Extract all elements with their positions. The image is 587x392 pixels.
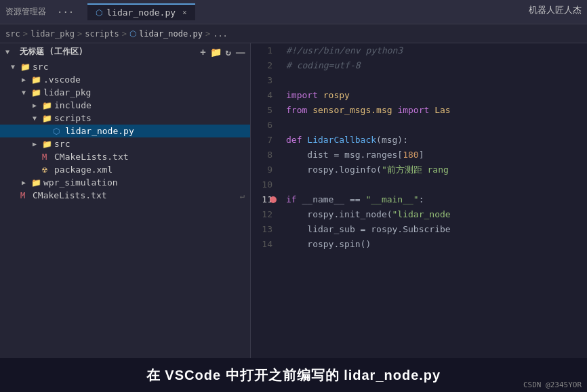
- lidar-pkg-label: lidar_pkg: [43, 87, 91, 97]
- lidar-pkg-icon: 📁: [31, 88, 43, 97]
- arrow-icon: ↵: [240, 191, 245, 200]
- vscode-chevron: [22, 76, 31, 83]
- package-xml-label: package.xml: [54, 165, 113, 175]
- sidebar-icons: + 📁 ↻ ⸻: [200, 47, 245, 58]
- code-line-6: [286, 118, 587, 133]
- code-line-4: import rospy: [286, 88, 587, 103]
- ln-3: 3: [251, 73, 272, 88]
- code-line-10: [286, 177, 587, 192]
- cmake-inner-label: CMakeLists.txt: [54, 152, 129, 162]
- python-file-icon: ⬡: [96, 8, 102, 18]
- code-container: 1 2 3 4 5 6 7 8 9 10 11 12 13 14 #!/usr/…: [251, 43, 587, 358]
- breadcrumb-sep-1: >: [23, 29, 28, 39]
- ln-7: 7: [251, 133, 272, 148]
- tab-close-button[interactable]: ×: [182, 8, 187, 17]
- code-line-14: rospy.spin(): [286, 237, 587, 252]
- breadcrumb-lidar-pkg[interactable]: lidar_pkg: [31, 29, 75, 39]
- sidebar-item-src-inner[interactable]: 📁 src: [0, 137, 250, 150]
- scripts-icon: 📁: [42, 114, 54, 123]
- src-inner-chevron: [33, 140, 42, 148]
- file-tab[interactable]: ⬡ lidar_node.py ×: [87, 3, 195, 20]
- scripts-chevron: [33, 114, 42, 122]
- vscode-folder-icon: 📁: [31, 75, 43, 85]
- tab-filename: lidar_node.py: [106, 7, 176, 18]
- lidar-node-icon: ⬡: [53, 127, 65, 136]
- breadcrumb-sep-4: >: [205, 29, 210, 39]
- code-line-8: dist = msg.ranges[180]: [286, 148, 587, 162]
- code-line-11: if __name__ == "__main__":: [286, 192, 587, 207]
- code-line-13: lidar_sub = rospy.Subscribe: [286, 222, 587, 237]
- sidebar-header: 无标题 (工作区) + 📁 ↻ ⸻: [0, 43, 250, 60]
- code-line-1: #!/usr/bin/env python3: [286, 43, 587, 58]
- code-area[interactable]: #!/usr/bin/env python3 # coding=utf-8 im…: [278, 43, 587, 358]
- explorer-label: 资源管理器: [5, 6, 46, 18]
- lidar-pkg-chevron: [22, 89, 31, 96]
- breadcrumb: src > lidar_pkg > scripts > ⬡ lidar_node…: [0, 24, 587, 43]
- ln-2: 2: [251, 58, 272, 73]
- code-line-9: rospy.loginfo("前方测距 rang: [286, 162, 587, 177]
- top-bar: 资源管理器 ··· ⬡ lidar_node.py × 机器人匠人杰: [0, 0, 587, 24]
- breadcrumb-sep-2: >: [77, 29, 82, 39]
- collapse-icon[interactable]: ⸻: [235, 47, 245, 58]
- src-label: src: [33, 62, 48, 72]
- ln-11: 11: [251, 192, 272, 207]
- sidebar-item-package-xml[interactable]: ☢ package.xml: [0, 163, 250, 176]
- caption-bar: 在 VSCode 中打开之前编写的 lidar_node.py CSDN @23…: [0, 358, 587, 392]
- ln-8: 8: [251, 148, 272, 162]
- breadcrumb-sep-3: >: [122, 29, 127, 39]
- cmake-root-icon: M: [20, 191, 33, 200]
- sidebar-item-lidar-pkg[interactable]: 📁 lidar_pkg: [0, 86, 250, 99]
- wpr-chevron: [22, 179, 31, 186]
- package-xml-icon: ☢: [42, 165, 54, 175]
- src-chevron: [11, 63, 20, 70]
- sidebar-item-cmake-inner[interactable]: M CMakeLists.txt: [0, 150, 250, 163]
- ln-13: 13: [251, 222, 272, 237]
- breakpoint-indicator: [270, 196, 277, 203]
- breadcrumb-scripts[interactable]: scripts: [85, 29, 119, 39]
- caption-text: 在 VSCode 中打开之前编写的 lidar_node.py: [146, 366, 441, 385]
- sidebar-item-scripts[interactable]: 📁 scripts: [0, 112, 250, 125]
- ln-14: 14: [251, 237, 272, 252]
- workspace-chevron[interactable]: [5, 48, 15, 56]
- scripts-label: scripts: [54, 113, 92, 123]
- sidebar-item-lidar-node[interactable]: ⬡ lidar_node.py: [0, 125, 250, 137]
- cmake-inner-icon: M: [42, 152, 54, 162]
- sidebar-item-src[interactable]: 📁 src: [0, 60, 250, 73]
- include-label: include: [54, 100, 92, 110]
- src-inner-icon: 📁: [42, 139, 54, 149]
- code-line-7: def LidarCallback(msg):: [286, 133, 587, 148]
- sidebar-item-include[interactable]: 📁 include: [0, 99, 250, 112]
- breadcrumb-filename[interactable]: lidar_node.py: [139, 29, 203, 39]
- editor: 1 2 3 4 5 6 7 8 9 10 11 12 13 14 #!/usr/…: [251, 43, 587, 358]
- new-folder-icon[interactable]: 📁: [210, 47, 222, 58]
- line-numbers: 1 2 3 4 5 6 7 8 9 10 11 12 13 14: [251, 43, 278, 358]
- include-chevron: [33, 102, 42, 109]
- ln-6: 6: [251, 118, 272, 133]
- caption-brand: CSDN @2345YOR: [523, 380, 582, 389]
- lidar-node-label: lidar_node.py: [65, 126, 134, 136]
- new-file-icon[interactable]: +: [200, 47, 205, 58]
- sidebar-item-cmake-root[interactable]: M CMakeLists.txt ↵: [0, 189, 250, 202]
- code-line-3: [286, 73, 587, 88]
- code-line-12: rospy.init_node("lidar_node: [286, 207, 587, 222]
- breadcrumb-ellipsis: ...: [213, 29, 228, 39]
- src-folder-icon: 📁: [20, 62, 33, 72]
- main-layout: 无标题 (工作区) + 📁 ↻ ⸻ 📁 src 📁 .vscode 📁 lida: [0, 43, 587, 358]
- ln-10: 10: [251, 177, 272, 192]
- more-options-button[interactable]: ···: [57, 7, 74, 18]
- wpr-icon: 📁: [31, 178, 43, 188]
- cmake-root-label: CMakeLists.txt: [33, 190, 107, 200]
- sidebar-item-wpr[interactable]: 📁 wpr_simulation: [0, 176, 250, 189]
- sidebar: 无标题 (工作区) + 📁 ↻ ⸻ 📁 src 📁 .vscode 📁 lida: [0, 43, 251, 358]
- code-line-5: from sensor_msgs.msg import Las: [286, 103, 587, 118]
- refresh-icon[interactable]: ↻: [226, 47, 231, 58]
- vscode-label: .vscode: [43, 74, 81, 85]
- ln-9: 9: [251, 162, 272, 177]
- src-inner-label: src: [54, 139, 70, 149]
- breadcrumb-src[interactable]: src: [5, 29, 20, 39]
- sidebar-item-vscode[interactable]: 📁 .vscode: [0, 73, 250, 86]
- watermark-text: 机器人匠人杰: [529, 4, 582, 16]
- ln-1: 1: [251, 43, 272, 58]
- code-line-2: # coding=utf-8: [286, 58, 587, 73]
- wpr-label: wpr_simulation: [43, 177, 118, 188]
